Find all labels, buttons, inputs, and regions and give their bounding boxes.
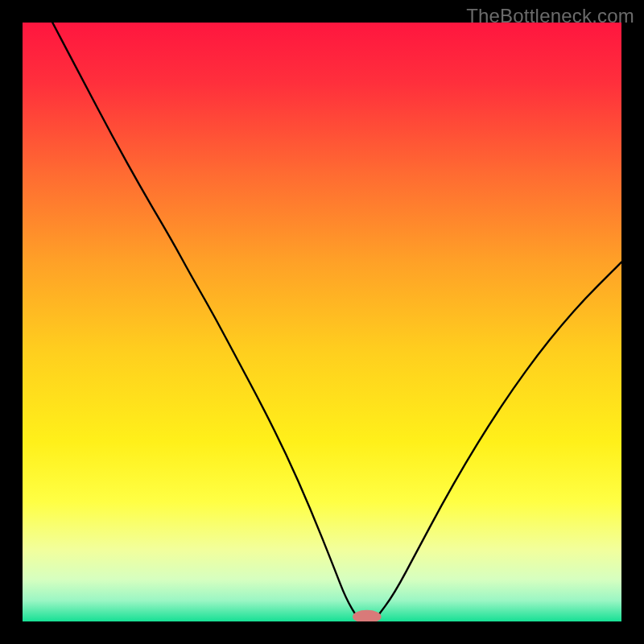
bottleneck-curve-chart xyxy=(23,23,621,621)
plot-area xyxy=(23,23,621,621)
chart-background xyxy=(23,23,621,621)
chart-frame: TheBottleneck.com xyxy=(0,0,644,644)
